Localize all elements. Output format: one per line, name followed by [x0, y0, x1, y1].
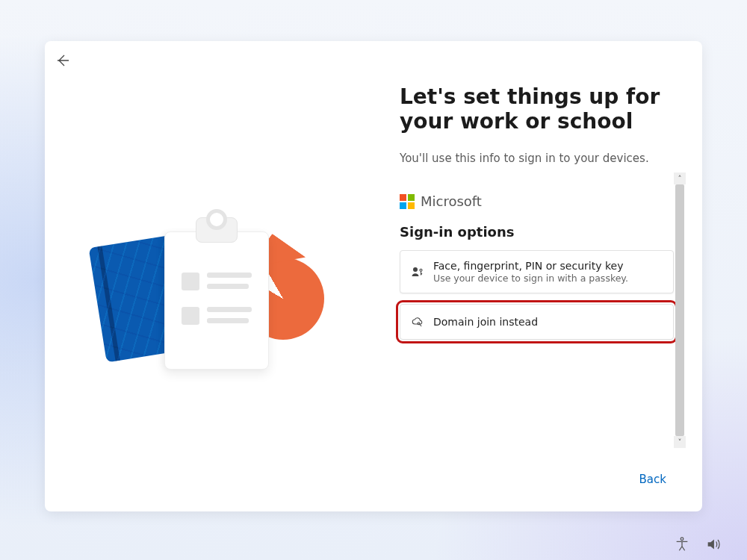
accessibility-button[interactable] — [674, 536, 690, 553]
passkey-icon — [411, 265, 424, 279]
page-subtitle: You'll use this info to sign in to your … — [400, 152, 686, 165]
section-title: Sign-in options — [400, 224, 686, 240]
microsoft-logo-icon — [400, 194, 415, 209]
scroll-thumb[interactable] — [675, 184, 684, 436]
signin-option-passkey[interactable]: Face, fingerprint, PIN or security key U… — [400, 250, 674, 293]
svg-point-0 — [413, 267, 418, 272]
option-title: Face, fingerprint, PIN or security key — [433, 260, 661, 272]
back-link[interactable]: Back — [639, 473, 666, 486]
scroll-down-button[interactable]: ˅ — [674, 436, 686, 448]
option-subtitle: Use your device to sign in with a passke… — [433, 273, 661, 284]
setup-card: Let's set things up for your work or sch… — [45, 41, 702, 511]
clipboard-icon — [164, 231, 269, 370]
brand-row: Microsoft — [400, 193, 686, 209]
cloud-key-icon — [411, 315, 424, 329]
content-column: Let's set things up for your work or sch… — [400, 84, 686, 489]
svg-point-1 — [420, 269, 422, 271]
accessibility-icon — [674, 541, 690, 556]
scroll-up-button[interactable]: ˄ — [674, 172, 686, 184]
system-tray — [674, 536, 722, 553]
signin-option-domain-join[interactable]: Domain join instead — [400, 304, 674, 340]
back-arrow-icon — [54, 58, 72, 72]
svg-point-2 — [418, 323, 420, 325]
page-title: Let's set things up for your work or sch… — [400, 84, 669, 134]
volume-icon — [705, 541, 722, 556]
option-title: Domain join instead — [433, 316, 661, 328]
brand-name: Microsoft — [421, 193, 482, 209]
volume-button[interactable] — [705, 536, 722, 553]
scroll-area: Microsoft Sign-in options Face, fingerpr… — [400, 172, 686, 448]
svg-point-3 — [681, 538, 684, 541]
scrollbar[interactable]: ˄ ˅ — [674, 172, 686, 448]
hero-illustration — [97, 213, 321, 370]
back-arrow-button[interactable] — [54, 52, 72, 69]
